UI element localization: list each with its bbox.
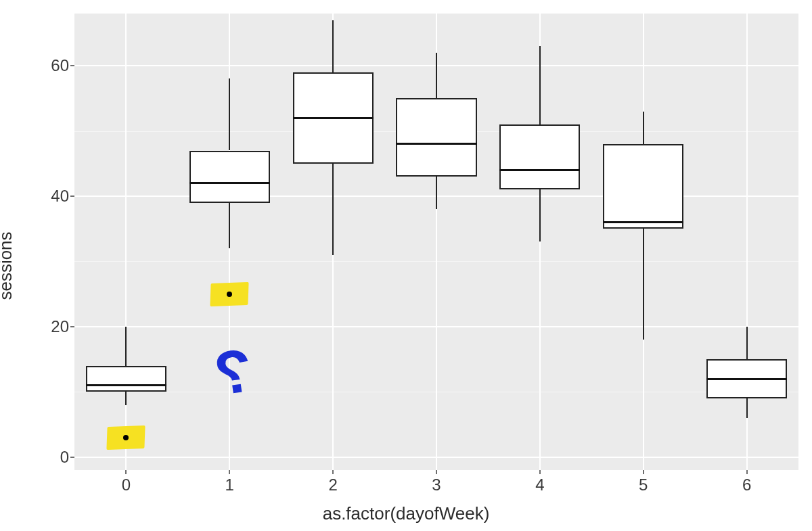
y-tick-mark bbox=[70, 457, 74, 458]
x-tick-label: 0 bbox=[122, 476, 131, 494]
outlier-point bbox=[227, 292, 232, 297]
median-line bbox=[293, 117, 374, 119]
whisker-lower bbox=[539, 189, 541, 241]
whisker-lower bbox=[332, 164, 334, 255]
x-tick-mark bbox=[125, 470, 127, 474]
boxplot-figure: sessions as.factor(dayofWeek) 0204060012… bbox=[0, 0, 812, 531]
y-tick-label: 20 bbox=[51, 317, 69, 336]
x-tick-label: 5 bbox=[639, 476, 648, 494]
whisker-upper bbox=[643, 112, 644, 144]
whisker-upper bbox=[746, 327, 748, 359]
median-line bbox=[706, 378, 787, 380]
x-tick-mark bbox=[436, 470, 437, 474]
median-line bbox=[396, 143, 476, 145]
whisker-lower bbox=[436, 177, 437, 209]
whisker-lower bbox=[125, 392, 127, 405]
box bbox=[499, 124, 580, 189]
question-mark-annotation: ? bbox=[211, 340, 256, 405]
x-tick-label: 2 bbox=[328, 476, 337, 494]
whisker-lower bbox=[746, 398, 748, 418]
whisker-upper bbox=[229, 78, 230, 150]
y-tick-label: 0 bbox=[60, 448, 69, 467]
median-line bbox=[189, 182, 270, 184]
outlier-point bbox=[123, 435, 129, 440]
y-axis-label: sessions bbox=[0, 231, 16, 300]
box bbox=[86, 366, 166, 392]
x-tick-label: 3 bbox=[432, 476, 441, 494]
x-tick-label: 4 bbox=[535, 476, 544, 494]
median-line bbox=[86, 384, 166, 386]
y-tick-label: 60 bbox=[51, 56, 69, 75]
whisker-upper bbox=[539, 46, 541, 124]
y-tick-mark bbox=[70, 326, 74, 327]
x-tick-mark bbox=[229, 470, 230, 474]
x-tick-mark bbox=[332, 470, 334, 474]
x-tick-mark bbox=[539, 470, 541, 474]
plot-panel: 02040600123456? bbox=[74, 14, 798, 470]
whisker-upper bbox=[332, 20, 334, 72]
whisker-lower bbox=[643, 229, 644, 340]
box bbox=[603, 144, 683, 229]
median-line bbox=[603, 221, 683, 223]
whisker-lower bbox=[229, 203, 230, 249]
x-tick-mark bbox=[643, 470, 644, 474]
whisker-upper bbox=[125, 327, 127, 366]
y-tick-label: 40 bbox=[51, 187, 69, 206]
x-axis-label: as.factor(dayofWeek) bbox=[323, 503, 490, 524]
y-tick-mark bbox=[70, 195, 74, 197]
box bbox=[396, 98, 476, 177]
x-tick-label: 6 bbox=[742, 476, 751, 494]
y-tick-mark bbox=[70, 65, 74, 66]
x-tick-label: 1 bbox=[225, 476, 234, 494]
whisker-upper bbox=[436, 53, 437, 99]
box bbox=[189, 151, 270, 203]
median-line bbox=[499, 169, 580, 171]
x-tick-mark bbox=[746, 470, 748, 474]
